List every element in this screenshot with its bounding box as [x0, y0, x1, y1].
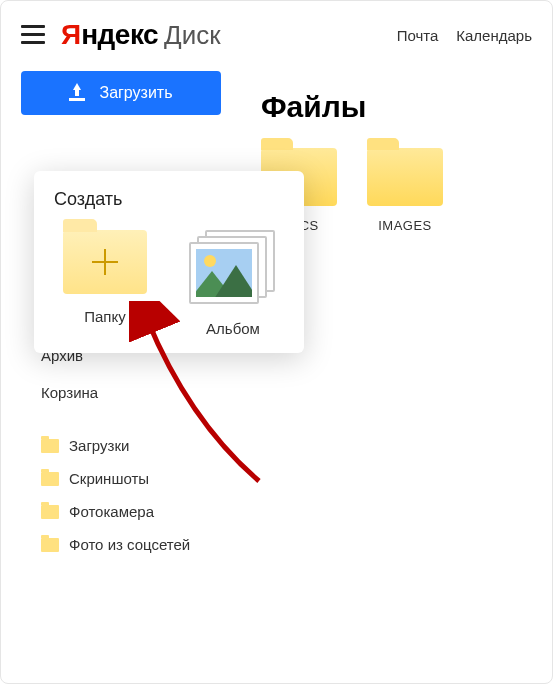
folder-icon [41, 538, 59, 552]
sidebar-folder-list: Загрузки Скриншоты Фотокамера Фото из со… [21, 429, 231, 561]
link-mail[interactable]: Почта [397, 27, 439, 44]
folder-label: Фотокамера [69, 503, 154, 520]
folder-label: Загрузки [69, 437, 129, 454]
sidebar-folder-camera[interactable]: Фотокамера [21, 495, 231, 528]
nav-trash[interactable]: Корзина [21, 374, 231, 411]
plus-icon [92, 249, 118, 275]
create-folder-label: Папку [84, 308, 125, 325]
create-album-label: Альбом [206, 320, 260, 337]
upload-label: Загрузить [99, 84, 172, 102]
create-album-option[interactable]: Альбом [174, 230, 292, 337]
folder-icon [367, 148, 443, 206]
folder-icon [41, 505, 59, 519]
header: Я ндекс Диск Почта Календарь [1, 19, 552, 71]
page-title: Файлы [261, 90, 443, 124]
folder-label: Фото из соцсетей [69, 536, 190, 553]
header-links: Почта Календарь [397, 27, 532, 44]
folder-label: Скриншоты [69, 470, 149, 487]
folder-label: IMAGES [378, 218, 432, 233]
new-folder-icon [63, 230, 147, 294]
create-popover: Создать Папку Альбом [34, 171, 304, 353]
album-icon [189, 230, 277, 306]
folder-icon [41, 472, 59, 486]
logo-service: Диск [164, 20, 221, 51]
folder-images[interactable]: IMAGES [367, 148, 443, 233]
link-calendar[interactable]: Календарь [456, 27, 532, 44]
sidebar-folder-downloads[interactable]: Загрузки [21, 429, 231, 462]
sidebar-folder-social[interactable]: Фото из соцсетей [21, 528, 231, 561]
popover-title: Создать [46, 189, 292, 210]
folder-icon [41, 439, 59, 453]
logo-text: ндекс [81, 19, 158, 51]
hamburger-menu-icon[interactable] [21, 25, 45, 45]
upload-button[interactable]: Загрузить [21, 71, 221, 115]
create-folder-option[interactable]: Папку [46, 230, 164, 337]
upload-icon [69, 85, 85, 101]
sidebar-folder-screenshots[interactable]: Скриншоты [21, 462, 231, 495]
logo-letter: Я [61, 19, 81, 51]
